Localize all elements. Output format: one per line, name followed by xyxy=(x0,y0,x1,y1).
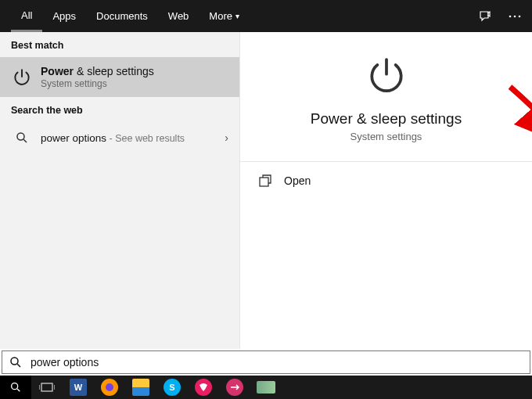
svg-point-3 xyxy=(17,133,24,140)
tab-web[interactable]: Web xyxy=(158,0,200,32)
search-box[interactable] xyxy=(2,350,530,374)
search-input[interactable] xyxy=(31,356,523,368)
taskbar-app-word[interactable]: W xyxy=(63,376,94,399)
best-match-subtitle: System settings xyxy=(41,78,154,89)
tab-more[interactable]: More ▾ xyxy=(199,0,250,32)
search-icon xyxy=(11,127,33,149)
tab-apps[interactable]: Apps xyxy=(42,0,86,32)
svg-rect-7 xyxy=(41,383,52,391)
svg-point-2 xyxy=(519,15,521,17)
tab-all[interactable]: All xyxy=(11,0,42,32)
more-options-icon[interactable] xyxy=(504,5,526,27)
best-match-result[interactable]: Power & sleep settings System settings xyxy=(0,57,239,97)
file-explorer-icon xyxy=(132,379,149,396)
taskbar-app-file-explorer[interactable] xyxy=(125,376,156,399)
taskbar-app-gateway[interactable] xyxy=(219,376,250,399)
best-match-header: Best match xyxy=(0,32,239,57)
results-panel: Best match Power & sleep settings System… xyxy=(0,32,240,349)
mailbird-icon xyxy=(195,379,212,396)
chevron-down-icon: ▾ xyxy=(235,12,239,20)
taskbar-app-mailbird[interactable] xyxy=(188,376,219,399)
search-web-header: Search the web xyxy=(0,97,239,122)
taskbar-app-skype[interactable]: S xyxy=(156,376,188,399)
svg-rect-4 xyxy=(260,178,268,186)
svg-point-5 xyxy=(11,358,18,365)
open-label: Open xyxy=(284,174,311,187)
web-result-title: power options - See web results xyxy=(41,132,185,144)
tab-documents[interactable]: Documents xyxy=(86,0,158,32)
feedback-icon[interactable] xyxy=(474,5,496,27)
web-result[interactable]: power options - See web results › xyxy=(0,122,239,153)
power-icon xyxy=(11,66,33,88)
svg-point-6 xyxy=(12,383,18,390)
word-icon: W xyxy=(70,379,87,396)
tab-more-label: More xyxy=(209,10,232,22)
chevron-right-icon: › xyxy=(218,131,228,144)
skype-icon: S xyxy=(164,379,181,396)
svg-point-0 xyxy=(509,15,512,17)
best-match-title: Power & sleep settings xyxy=(41,65,154,77)
taskbar-app-firefox[interactable] xyxy=(94,376,125,399)
taskbar-app-device[interactable] xyxy=(250,376,282,399)
detail-title: Power & sleep settings xyxy=(311,110,462,128)
taskbar-search-button[interactable] xyxy=(0,376,31,399)
device-icon xyxy=(257,381,275,394)
search-scope-tabs: All Apps Documents Web More ▾ xyxy=(0,0,532,32)
detail-subtitle: System settings xyxy=(350,131,422,142)
open-icon xyxy=(257,173,273,189)
open-action[interactable]: Open xyxy=(240,162,532,200)
detail-panel: Power & sleep settings System settings O… xyxy=(240,32,532,349)
taskbar-task-view[interactable] xyxy=(31,376,63,399)
power-icon-large xyxy=(365,54,408,98)
search-icon xyxy=(9,355,23,369)
taskbar: W S xyxy=(0,376,532,399)
svg-point-1 xyxy=(514,15,516,17)
gateway-icon xyxy=(226,379,243,396)
firefox-icon xyxy=(101,379,118,396)
